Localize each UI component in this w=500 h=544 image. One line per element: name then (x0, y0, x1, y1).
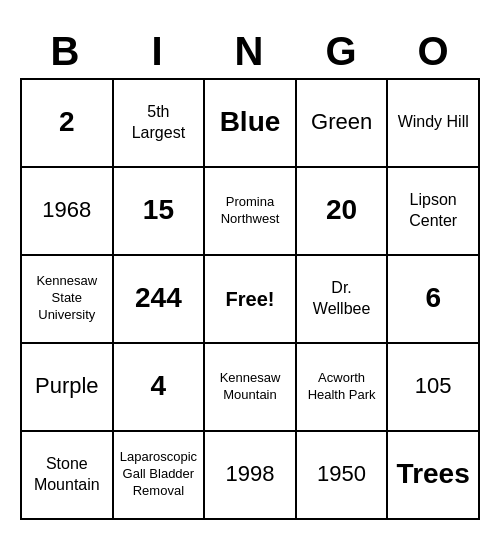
bingo-cell-5: 1968 (22, 168, 114, 256)
cell-text-2: Blue (220, 104, 281, 140)
bingo-cell-6: 15 (114, 168, 206, 256)
cell-text-19: 105 (415, 372, 452, 401)
cell-text-18: Acworth Health Park (303, 370, 381, 404)
header-letter-b: B (20, 25, 112, 78)
bingo-cell-3: Green (297, 80, 389, 168)
bingo-cell-13: Dr. Wellbee (297, 256, 389, 344)
cell-text-16: 4 (151, 368, 167, 404)
bingo-header: BINGO (20, 25, 480, 78)
cell-text-8: 20 (326, 192, 357, 228)
bingo-cell-14: 6 (388, 256, 480, 344)
cell-text-10: Kennesaw State University (28, 273, 106, 324)
bingo-cell-19: 105 (388, 344, 480, 432)
bingo-cell-0: 2 (22, 80, 114, 168)
bingo-cell-1: 5th Largest (114, 80, 206, 168)
cell-text-23: 1950 (317, 460, 366, 489)
cell-text-14: 6 (425, 280, 441, 316)
bingo-cell-20: Stone Mountain (22, 432, 114, 520)
bingo-cell-17: Kennesaw Mountain (205, 344, 297, 432)
cell-text-21: Laparoscopic Gall Bladder Removal (120, 449, 198, 500)
bingo-cell-7: Promina Northwest (205, 168, 297, 256)
cell-text-9: Lipson Center (394, 190, 472, 232)
cell-text-22: 1998 (226, 460, 275, 489)
bingo-cell-10: Kennesaw State University (22, 256, 114, 344)
bingo-cell-4: Windy Hill (388, 80, 480, 168)
bingo-cell-24: Trees (388, 432, 480, 520)
header-letter-n: N (204, 25, 296, 78)
cell-text-17: Kennesaw Mountain (211, 370, 289, 404)
bingo-grid: 25th LargestBlueGreenWindy Hill196815Pro… (20, 78, 480, 520)
bingo-cell-11: 244 (114, 256, 206, 344)
cell-text-13: Dr. Wellbee (303, 278, 381, 320)
cell-text-0: 2 (59, 104, 75, 140)
bingo-cell-22: 1998 (205, 432, 297, 520)
bingo-cell-9: Lipson Center (388, 168, 480, 256)
cell-text-20: Stone Mountain (28, 454, 106, 496)
cell-text-7: Promina Northwest (211, 194, 289, 228)
cell-text-12: Free! (226, 286, 275, 312)
cell-text-6: 15 (143, 192, 174, 228)
bingo-cell-16: 4 (114, 344, 206, 432)
bingo-cell-12: Free! (205, 256, 297, 344)
bingo-cell-2: Blue (205, 80, 297, 168)
bingo-card: BINGO 25th LargestBlueGreenWindy Hill196… (20, 25, 480, 520)
bingo-cell-18: Acworth Health Park (297, 344, 389, 432)
cell-text-5: 1968 (42, 196, 91, 225)
cell-text-1: 5th Largest (120, 102, 198, 144)
header-letter-o: O (388, 25, 480, 78)
header-letter-i: I (112, 25, 204, 78)
cell-text-15: Purple (35, 372, 99, 401)
cell-text-4: Windy Hill (398, 112, 469, 133)
cell-text-24: Trees (397, 456, 470, 492)
cell-text-11: 244 (135, 280, 182, 316)
bingo-cell-8: 20 (297, 168, 389, 256)
header-letter-g: G (296, 25, 388, 78)
bingo-cell-21: Laparoscopic Gall Bladder Removal (114, 432, 206, 520)
bingo-cell-15: Purple (22, 344, 114, 432)
cell-text-3: Green (311, 108, 372, 137)
bingo-cell-23: 1950 (297, 432, 389, 520)
